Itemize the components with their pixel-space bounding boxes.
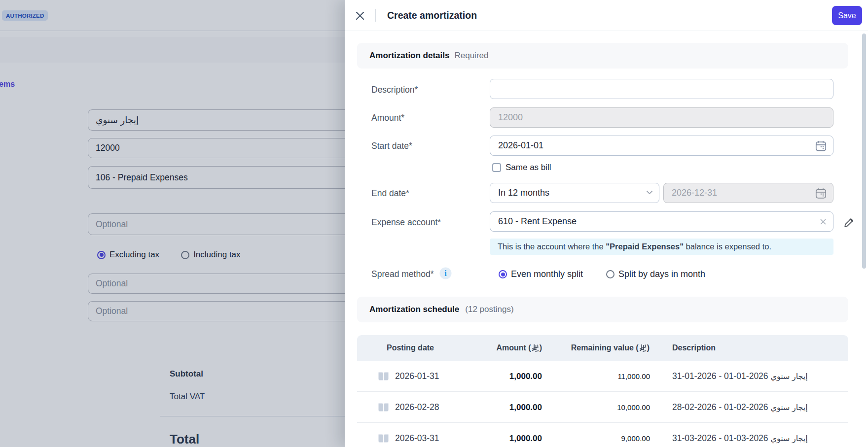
svg-text:i: i: [444, 269, 447, 277]
